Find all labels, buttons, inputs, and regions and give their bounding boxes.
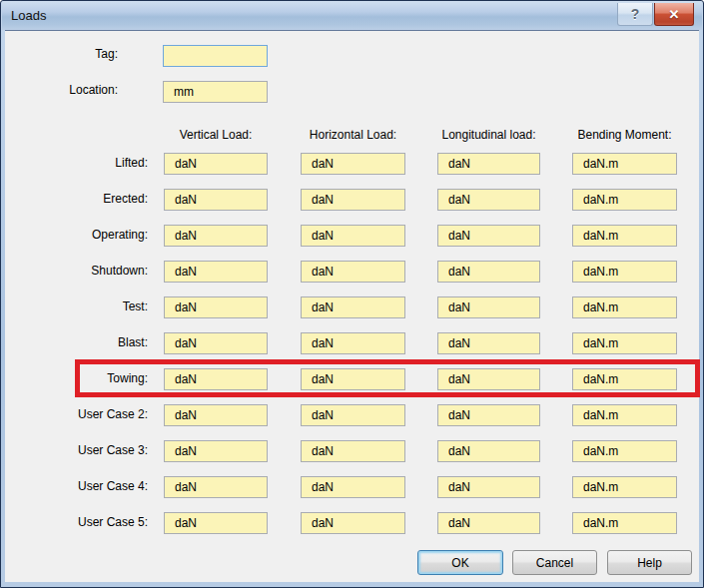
tag-label: Tag: bbox=[41, 47, 118, 62]
window-title: Loads bbox=[11, 8, 46, 23]
row-label-erected: Erected: bbox=[28, 192, 148, 207]
shutdown-longitudinal-load-input[interactable] bbox=[437, 261, 540, 283]
test-horizontal-load-input[interactable] bbox=[301, 296, 405, 318]
lifted-longitudinal-load-input[interactable] bbox=[437, 153, 540, 175]
operating-longitudinal-load-input[interactable] bbox=[437, 225, 540, 247]
user-case-3-vertical-load-input[interactable] bbox=[164, 440, 268, 462]
user-case-5-bending-moment-input[interactable] bbox=[572, 512, 677, 534]
close-button[interactable]: ✕ bbox=[654, 3, 694, 26]
user-case-5-longitudinal-load-input[interactable] bbox=[437, 512, 540, 534]
shutdown-bending-moment-input[interactable] bbox=[572, 261, 677, 283]
row-label-user-case-3: User Case 3: bbox=[28, 443, 148, 458]
user-case-2-bending-moment-input[interactable] bbox=[572, 404, 677, 426]
ok-button[interactable]: OK bbox=[417, 550, 503, 575]
tag-input[interactable] bbox=[163, 45, 268, 67]
location-label: Location: bbox=[41, 83, 118, 98]
row-label-user-case-4: User Case 4: bbox=[28, 479, 148, 494]
towing-vertical-load-input[interactable] bbox=[164, 368, 268, 390]
user-case-3-longitudinal-load-input[interactable] bbox=[437, 440, 540, 462]
title-bar[interactable]: Loads ? ✕ bbox=[2, 1, 702, 30]
row-label-towing: Towing: bbox=[28, 371, 148, 386]
erected-vertical-load-input[interactable] bbox=[164, 189, 268, 211]
row-label-operating: Operating: bbox=[28, 228, 148, 243]
cancel-button[interactable]: Cancel bbox=[512, 550, 597, 575]
towing-bending-moment-input[interactable] bbox=[572, 368, 677, 390]
lifted-horizontal-load-input[interactable] bbox=[301, 153, 405, 175]
user-case-4-longitudinal-load-input[interactable] bbox=[437, 476, 540, 498]
location-input[interactable] bbox=[163, 81, 268, 103]
user-case-4-vertical-load-input[interactable] bbox=[164, 476, 268, 498]
erected-horizontal-load-input[interactable] bbox=[301, 189, 405, 211]
blast-bending-moment-input[interactable] bbox=[572, 332, 677, 354]
blast-horizontal-load-input[interactable] bbox=[301, 332, 405, 354]
test-bending-moment-input[interactable] bbox=[572, 296, 677, 318]
operating-bending-moment-input[interactable] bbox=[572, 225, 677, 247]
row-label-lifted: Lifted: bbox=[28, 156, 148, 171]
lifted-bending-moment-input[interactable] bbox=[572, 153, 677, 175]
close-icon: ✕ bbox=[669, 7, 680, 22]
user-case-2-longitudinal-load-input[interactable] bbox=[437, 404, 540, 426]
user-case-5-vertical-load-input[interactable] bbox=[164, 512, 268, 534]
erected-bending-moment-input[interactable] bbox=[572, 189, 677, 211]
titlebar-help-button[interactable]: ? bbox=[617, 3, 653, 26]
row-label-test: Test: bbox=[28, 299, 148, 314]
user-case-2-vertical-load-input[interactable] bbox=[164, 404, 268, 426]
operating-horizontal-load-input[interactable] bbox=[301, 225, 405, 247]
blast-longitudinal-load-input[interactable] bbox=[437, 332, 540, 354]
user-case-2-horizontal-load-input[interactable] bbox=[301, 404, 405, 426]
column-header-bending-moment: Bending Moment: bbox=[545, 128, 704, 143]
user-case-3-horizontal-load-input[interactable] bbox=[301, 440, 405, 462]
operating-vertical-load-input[interactable] bbox=[164, 225, 268, 247]
row-label-user-case-5: User Case 5: bbox=[28, 515, 148, 530]
towing-longitudinal-load-input[interactable] bbox=[437, 368, 540, 390]
towing-horizontal-load-input[interactable] bbox=[301, 368, 405, 390]
blast-vertical-load-input[interactable] bbox=[164, 332, 268, 354]
test-longitudinal-load-input[interactable] bbox=[437, 296, 540, 318]
test-vertical-load-input[interactable] bbox=[164, 296, 268, 318]
question-mark-icon: ? bbox=[631, 6, 640, 22]
help-button[interactable]: Help bbox=[607, 550, 692, 575]
erected-longitudinal-load-input[interactable] bbox=[437, 189, 540, 211]
row-label-blast: Blast: bbox=[28, 335, 148, 350]
user-case-4-horizontal-load-input[interactable] bbox=[301, 476, 405, 498]
user-case-5-horizontal-load-input[interactable] bbox=[301, 512, 405, 534]
lifted-vertical-load-input[interactable] bbox=[164, 153, 268, 175]
column-header-vertical-load: Vertical Load: bbox=[136, 128, 296, 143]
user-case-4-bending-moment-input[interactable] bbox=[572, 476, 677, 498]
shutdown-vertical-load-input[interactable] bbox=[164, 261, 268, 283]
row-label-user-case-2: User Case 2: bbox=[28, 407, 148, 422]
titlebar-buttons: ? ✕ bbox=[617, 3, 694, 26]
loads-dialog: Loads ? ✕ Tag: Location: Vertical Load:H… bbox=[0, 0, 704, 588]
row-label-shutdown: Shutdown: bbox=[28, 264, 148, 279]
shutdown-horizontal-load-input[interactable] bbox=[301, 261, 405, 283]
user-case-3-bending-moment-input[interactable] bbox=[572, 440, 677, 462]
